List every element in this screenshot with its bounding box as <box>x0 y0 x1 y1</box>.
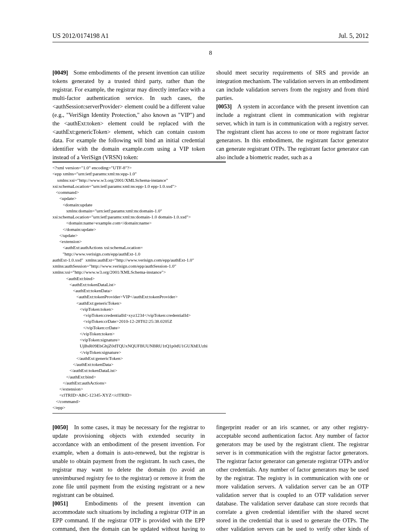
top-columns: [0049] Some embodiments of the present i… <box>52 69 369 162</box>
para-num-0049: [0049] <box>52 69 68 76</box>
para-text-0051: Embodiments of the present invention can… <box>52 500 205 532</box>
page-header: US 2012/0174198 A1 Jul. 5, 2012 <box>52 32 369 39</box>
para-text-0049: Some embodiments of the present inventio… <box>52 69 205 160</box>
xml-code-block: <?xml version="1.0" encoding="UTF-8"?> <… <box>52 162 226 414</box>
page-number: 8 <box>52 50 369 56</box>
para-num-0053: [0053] <box>216 103 232 110</box>
xml-code-content: <?xml version="1.0" encoding="UTF-8"?> <… <box>52 165 226 411</box>
paragraph-0049: [0049] Some embodiments of the present i… <box>52 69 205 162</box>
publication-number: US 2012/0174198 A1 <box>52 32 109 39</box>
code-top-rule <box>52 162 226 162</box>
paragraph-0052-cont: should meet security requirements of SRS… <box>216 69 369 102</box>
para-num-0050: [0050] <box>52 424 68 430</box>
para-num-0051: [0051] <box>52 500 68 507</box>
bottom-right-column: fingerprint reader or an iris scanner, o… <box>216 423 369 532</box>
header-rule <box>52 42 369 42</box>
paragraph-0053-cont: fingerprint reader or an iris scanner, o… <box>216 423 369 532</box>
bottom-columns: [0050] In some cases, it may be necessar… <box>52 423 369 532</box>
publication-date: Jul. 5, 2012 <box>338 32 369 39</box>
bottom-left-column: [0050] In some cases, it may be necessar… <box>52 423 205 532</box>
para-text-0050: In some cases, it may be necessary for t… <box>52 424 205 498</box>
paragraph-0051: [0051] Embodiments of the present invent… <box>52 499 205 532</box>
paragraph-0050: [0050] In some cases, it may be necessar… <box>52 423 205 499</box>
code-bottom-rule <box>52 413 226 414</box>
para-text-0053: A system in accordance with the present … <box>216 103 369 160</box>
top-right-column: should meet security requirements of SRS… <box>216 69 369 162</box>
top-left-column: [0049] Some embodiments of the present i… <box>52 69 205 162</box>
paragraph-0053: [0053] A system in accordance with the p… <box>216 102 369 162</box>
